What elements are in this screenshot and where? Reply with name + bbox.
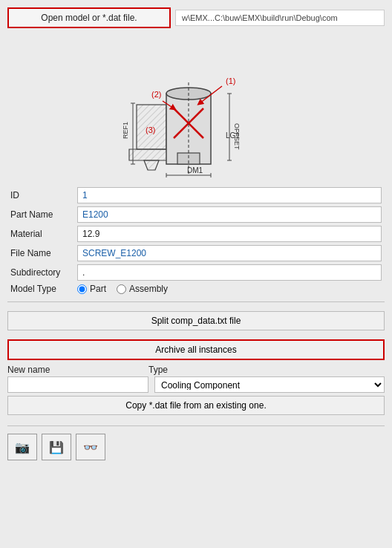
file-name-row: File Name [10, 245, 382, 261]
radio-part-input[interactable] [77, 284, 87, 294]
type-header: Type [148, 365, 385, 375]
save-icon: 💾 [49, 440, 64, 454]
id-row: ID [10, 187, 382, 203]
id-label: ID [10, 190, 77, 200]
material-label: Material [10, 229, 77, 239]
radio-assembly-input[interactable] [117, 284, 126, 294]
subdirectory-label: Subdirectory [10, 267, 77, 278]
material-row: Material [10, 226, 382, 242]
path-display: w\EMX...C:\buw\EMX\build\run\Debug\com [175, 10, 385, 26]
main-container: Open model or *.dat file. w\EMX...C:\buw… [0, 0, 392, 548]
svg-text:(1): (1) [226, 76, 235, 85]
divider-2 [7, 425, 385, 426]
svg-text:REF1: REF1 [122, 122, 129, 139]
subdirectory-input[interactable] [77, 264, 382, 281]
name-type-inputs: Cooling Component Standard Component Cus… [7, 376, 385, 393]
svg-text:DM1: DM1 [187, 166, 203, 174]
model-type-label: Model Type [10, 284, 77, 294]
new-name-input[interactable] [7, 376, 148, 393]
glasses-icon: 👓 [83, 440, 98, 454]
top-bar: Open model or *.dat file. w\EMX...C:\buw… [7, 7, 385, 28]
camera-icon: 📷 [15, 440, 30, 454]
type-select[interactable]: Cooling Component Standard Component Cus… [154, 376, 385, 393]
name-type-header: New name Type [7, 365, 385, 375]
radio-part-label: Part [90, 284, 106, 294]
split-button[interactable]: Split comp_data.txt file [7, 311, 385, 330]
file-name-input[interactable] [77, 245, 382, 261]
copy-button[interactable]: Copy *.dat file from an existing one. [7, 396, 385, 415]
radio-assembly[interactable]: Assembly [117, 284, 168, 294]
archive-button[interactable]: Archive all instances [7, 339, 385, 360]
diagram-svg: (1) (2) (3) REF1 OFFSET LG1 DM1 [77, 38, 315, 179]
camera-button[interactable]: 📷 [7, 434, 37, 460]
new-name-header: New name [7, 365, 148, 375]
bottom-icons: 📷 💾 👓 [7, 434, 385, 460]
svg-text:LG1: LG1 [226, 131, 240, 140]
radio-part[interactable]: Part [77, 284, 106, 294]
id-input[interactable] [77, 187, 382, 203]
open-file-button[interactable]: Open model or *.dat file. [7, 7, 171, 28]
glasses-button[interactable]: 👓 [76, 434, 105, 460]
part-name-label: Part Name [10, 209, 77, 220]
part-name-row: Part Name [10, 206, 382, 223]
diagram-area: (1) (2) (3) REF1 OFFSET LG1 DM1 [7, 34, 385, 183]
part-name-input[interactable] [77, 206, 382, 223]
svg-text:(3): (3) [146, 125, 155, 134]
subdirectory-row: Subdirectory [10, 264, 382, 281]
radio-assembly-label: Assembly [129, 284, 168, 294]
model-type-radio-group: Part Assembly [77, 284, 168, 294]
divider-1 [7, 301, 385, 302]
archive-btn-row: Archive all instances [7, 339, 385, 363]
material-input[interactable] [77, 226, 382, 242]
model-type-row: Model Type Part Assembly [10, 284, 382, 294]
svg-text:(2): (2) [151, 90, 161, 99]
split-btn-row: Split comp_data.txt file [7, 311, 385, 333]
save-button[interactable]: 💾 [42, 434, 71, 460]
form-area: ID Part Name Material File Name Subdirec… [7, 187, 385, 297]
file-name-label: File Name [10, 248, 77, 258]
